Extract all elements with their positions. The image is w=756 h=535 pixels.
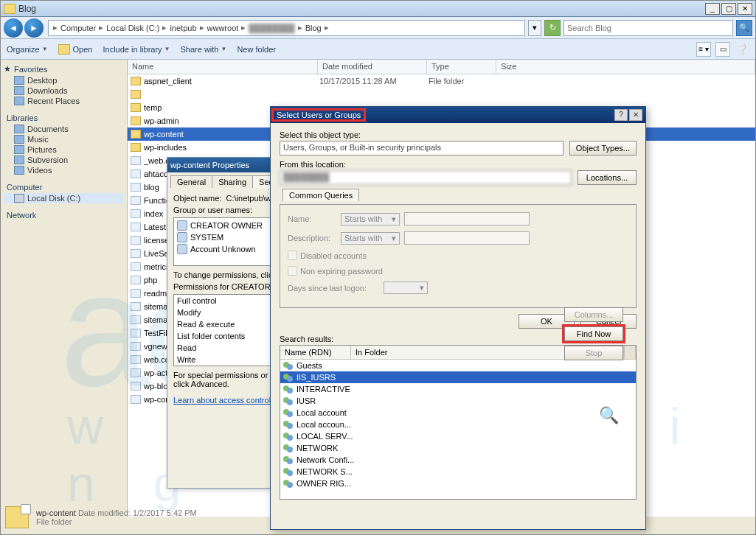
locations-button[interactable]: Locations... (578, 170, 637, 185)
location-field: ████████ (280, 170, 572, 185)
tab-sharing[interactable]: Sharing (212, 175, 253, 188)
organize-menu[interactable]: Organize▼ (7, 45, 48, 54)
desktop-icon (14, 76, 24, 85)
nav-item-desktop[interactable]: Desktop (4, 75, 124, 85)
find-now-button[interactable]: Find Now (564, 326, 623, 341)
breadcrumb-seg[interactable]: Blog (305, 24, 322, 32)
column-headers[interactable]: Name Date modified Type Size (128, 60, 755, 74)
result-name: NETWORK (296, 444, 366, 452)
result-name: Local accoun... (296, 420, 366, 429)
tab-common-queries[interactable]: Common Queries (282, 189, 359, 201)
nav-network[interactable]: Network (4, 211, 124, 220)
result-row[interactable]: Local accoun... (280, 419, 636, 430)
file-row[interactable]: aspnet_client10/17/2015 11:28 AMFile fol… (128, 74, 755, 88)
search-results-list[interactable]: Name (RDN) In Folder GuestsIIS_IUSRSINTE… (280, 345, 637, 500)
nav-item-pictures[interactable]: Pictures (4, 144, 124, 155)
downloads-icon (14, 86, 24, 95)
dialog-close-button[interactable]: ✕ (629, 109, 642, 121)
view-options-button[interactable]: ≡ ▾ (696, 42, 711, 57)
nav-item-downloads[interactable]: Downloads (4, 85, 124, 96)
documents-icon (14, 125, 24, 133)
object-types-button[interactable]: Object Types... (569, 141, 637, 155)
breadcrumb-seg[interactable]: inetpub (170, 24, 196, 32)
details-pane: wp-content Date modified: 1/2/2017 5:42 … (5, 503, 197, 531)
dialog-titlebar[interactable]: Select Users or Groups ? ✕ (271, 107, 645, 123)
group-icon (283, 466, 294, 477)
location-label: From this location: (280, 160, 637, 169)
file-icon (131, 183, 141, 192)
search-button[interactable]: 🔍 (736, 20, 752, 36)
stop-button[interactable]: Stop (564, 346, 623, 360)
forward-button[interactable]: ► (24, 18, 44, 38)
preview-pane-button[interactable]: ▭ (715, 42, 730, 57)
folder-icon (131, 116, 141, 125)
file-icon (131, 302, 141, 311)
result-row[interactable]: Network Confi... (280, 454, 636, 466)
result-row[interactable]: INTERACTIVE (280, 383, 636, 395)
tab-general[interactable]: General (170, 175, 212, 188)
disabled-accounts-checkbox (288, 251, 297, 260)
refresh-button[interactable]: ↻ (544, 20, 561, 36)
days-logon-label: Days since last logon: (288, 284, 384, 293)
nav-item-music[interactable]: Music (4, 134, 124, 144)
file-icon (131, 223, 141, 231)
open-button[interactable]: Open (58, 44, 93, 55)
address-dropdown[interactable]: ▾ (528, 20, 541, 36)
file-icon (131, 196, 141, 205)
nav-computer[interactable]: Computer (4, 183, 124, 192)
group-icon (283, 384, 294, 394)
nav-item-drive-c[interactable]: Local Disk (C:) (4, 193, 124, 203)
result-row[interactable]: IIS_IUSRS (280, 371, 636, 383)
new-folder-button[interactable]: New folder (237, 45, 276, 54)
file-row[interactable] (128, 88, 755, 101)
breadcrumb-seg[interactable]: wwwroot (207, 24, 239, 32)
maximize-button[interactable]: ▢ (721, 3, 736, 15)
share-menu[interactable]: Share with▼ (181, 45, 227, 54)
file-type: File folder (429, 77, 498, 85)
file-icon (131, 209, 141, 218)
result-row[interactable]: NETWORK S... (280, 466, 636, 478)
pictures-icon (14, 145, 24, 154)
include-menu[interactable]: Include in library▼ (103, 45, 170, 54)
group-icon (283, 396, 294, 406)
col-type[interactable]: Type (427, 60, 496, 74)
search-input[interactable] (567, 24, 729, 32)
result-row[interactable]: Local account (280, 407, 636, 419)
search-box[interactable] (563, 20, 733, 36)
minimize-button[interactable]: _ (705, 3, 720, 15)
result-row[interactable]: LOCAL SERV... (280, 430, 636, 442)
help-button[interactable]: ❔ (735, 42, 749, 57)
back-button[interactable]: ◄ (4, 18, 23, 38)
days-logon-select: ▾ (384, 282, 428, 294)
nav-favorites[interactable]: ★Favorites (4, 64, 124, 74)
breadcrumb-seg[interactable]: ████████ (249, 24, 294, 32)
result-row[interactable]: NETWORK (280, 442, 636, 454)
window-title: Blog (18, 4, 36, 14)
columns-button[interactable]: Columns... (564, 307, 623, 322)
result-row[interactable]: IUSR (280, 395, 636, 407)
results-col-name[interactable]: Name (RDN) (280, 346, 351, 359)
folder-icon (131, 130, 141, 139)
nav-item-videos[interactable]: Videos (4, 165, 124, 175)
nav-libraries[interactable]: Libraries (4, 113, 124, 122)
result-name: Local account (296, 408, 366, 417)
nav-item-documents[interactable]: Documents (4, 124, 124, 134)
close-button[interactable]: ✕ (738, 3, 752, 15)
nav-item-recent[interactable]: Recent Places (4, 96, 124, 106)
breadcrumb[interactable]: ▸ Computer▸ Local Disk (C:)▸ inetpub▸ ww… (48, 20, 525, 36)
breadcrumb-seg[interactable]: Computer (60, 24, 96, 32)
properties-title: wp-content Properties (170, 161, 249, 169)
result-row[interactable]: OWNER RIG... (280, 478, 636, 489)
name-match-select: Starts with▾ (341, 213, 400, 225)
open-icon (58, 44, 70, 55)
file-icon (131, 169, 141, 178)
col-name[interactable]: Name (128, 60, 318, 74)
recent-icon (14, 97, 24, 105)
dialog-help-button[interactable]: ? (614, 109, 628, 121)
group-icon (283, 360, 294, 371)
breadcrumb-seg[interactable]: Local Disk (C:) (106, 24, 159, 32)
col-size[interactable]: Size (496, 60, 755, 74)
nav-item-subversion[interactable]: Subversion (4, 155, 124, 165)
group-icon (283, 419, 294, 430)
col-date[interactable]: Date modified (318, 60, 427, 74)
